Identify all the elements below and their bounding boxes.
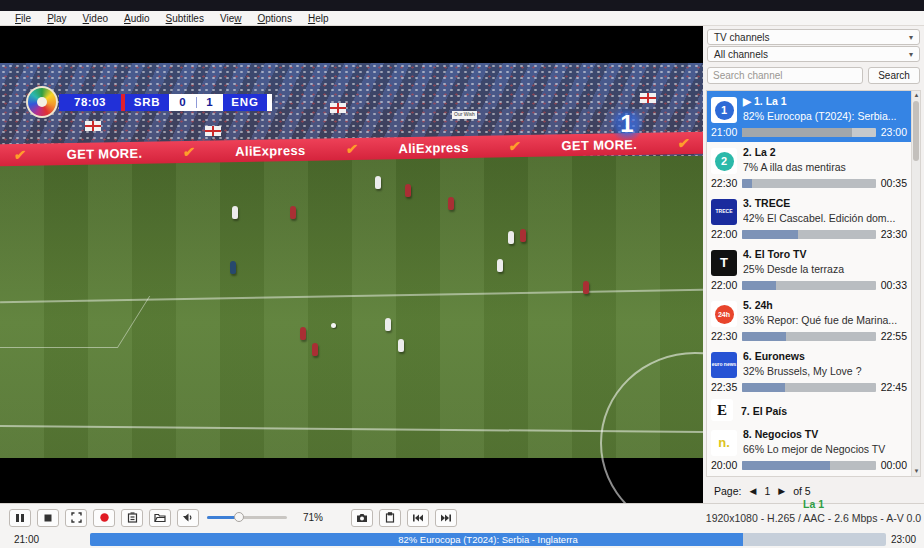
pager-of-label: of 5 <box>793 485 811 497</box>
program-end-time: 00:00 <box>881 459 907 471</box>
channel-row[interactable]: C9. El Confidencial <box>707 475 911 477</box>
football <box>331 323 336 328</box>
scrollbar-thumb[interactable] <box>913 101 919 161</box>
program-end-time: 22:45 <box>881 381 907 393</box>
fullscreen-button[interactable] <box>65 509 87 527</box>
scrollbar-up-icon[interactable]: ▲ <box>912 91 921 100</box>
aliexpress-check-icon: ✔ <box>677 135 691 151</box>
channel-name: 4. El Toro TV <box>743 248 907 260</box>
channel-logo-icon: TRECE <box>711 199 737 225</box>
player-red <box>448 197 454 210</box>
search-input[interactable] <box>707 67 863 84</box>
channel-row[interactable]: E7. El País <box>707 397 911 424</box>
next-channel-button[interactable] <box>435 509 457 527</box>
program-start-time: 21:00 <box>711 126 737 138</box>
pager-prev-icon[interactable]: ◀ <box>749 486 756 496</box>
app-window: FilePlayVideoAudioSubtitlesViewOptionsHe… <box>0 0 924 548</box>
program-start-time: 20:00 <box>711 459 737 471</box>
channel-row[interactable]: 1▶ 1. La 182% Eurocopa (T2024): Serbia..… <box>707 91 911 142</box>
aliexpress-check-icon: ✔ <box>13 147 27 163</box>
menu-help[interactable]: Help <box>301 13 336 24</box>
program-progress <box>742 179 875 188</box>
snapshot-button[interactable] <box>351 509 373 527</box>
program-progress-bar: 21:00 82% Eurocopa (T2024): Serbia - Ing… <box>0 531 924 548</box>
channel-list-scrollbar[interactable]: ▲ ▼ <box>911 91 920 476</box>
player-white <box>232 206 238 219</box>
program-progress <box>742 332 875 341</box>
program-progress-track[interactable]: 82% Eurocopa (T2024): Serbia - Inglaterr… <box>90 533 886 546</box>
player-white <box>385 318 391 331</box>
menu-play[interactable]: Play <box>40 13 73 24</box>
channel-row[interactable]: euro news6. Euronews32% Brussels, My Lov… <box>707 346 911 397</box>
chevron-down-icon: ▾ <box>909 50 913 59</box>
program-start-time: 22:00 <box>711 228 737 240</box>
channel-row[interactable]: n.8. Negocios TV66% Lo mejor de Negocios… <box>707 424 911 475</box>
program-start-time: 22:30 <box>711 330 737 342</box>
channel-program: 82% Eurocopa (T2024): Serbia... <box>743 110 907 122</box>
channel-name: 6. Euronews <box>743 350 907 362</box>
pager: Page: ◀ 1 ▶ of 5 <box>706 477 921 497</box>
player-white <box>398 339 404 352</box>
menu-file[interactable]: File <box>8 13 38 24</box>
player-white <box>497 259 503 272</box>
playlist-button[interactable] <box>121 509 143 527</box>
menu-options[interactable]: Options <box>250 13 298 24</box>
player-controls: 71% La 1 1920x1080 - H.265 / AAC - 2.6 M… <box>0 503 924 531</box>
program-start-time: 21:00 <box>0 534 42 545</box>
stop-button[interactable] <box>37 509 59 527</box>
player-red <box>290 206 296 219</box>
menu-subtitles[interactable]: Subtitles <box>159 13 211 24</box>
la1-channel-watermark: 1 <box>610 106 644 142</box>
record-button[interactable] <box>93 509 115 527</box>
channel-program: 32% Brussels, My Love ? <box>743 365 907 377</box>
channel-name: 7. El País <box>741 405 787 417</box>
volume-slider-handle[interactable] <box>234 512 244 522</box>
program-end-time: 00:33 <box>881 279 907 291</box>
score-box: 0 1 <box>169 94 223 111</box>
football-pitch <box>0 156 703 458</box>
channel-row[interactable]: 22. La 27% A illa das mentiras22:3000:35 <box>707 142 911 193</box>
program-start-time: 22:35 <box>711 381 737 393</box>
pager-next-icon[interactable]: ▶ <box>778 486 785 496</box>
england-flag <box>330 103 346 113</box>
home-score: 0 <box>170 96 196 108</box>
channel-row[interactable]: TRECE3. TRECE42% El Cascabel. Edición do… <box>707 193 911 244</box>
crowd-banner-text: Our Wish <box>452 111 477 119</box>
search-button[interactable]: Search <box>868 67 920 84</box>
menu-view[interactable]: View <box>213 13 249 24</box>
program-progress <box>742 383 875 392</box>
menu-audio[interactable]: Audio <box>117 13 157 24</box>
channel-name: 3. TRECE <box>743 197 907 209</box>
video-player[interactable]: Our Wish ✔GET MORE.✔AliExpress✔AliExpres… <box>0 26 703 503</box>
channel-logo-icon: T <box>711 250 737 276</box>
channel-type-dropdown[interactable]: TV channels ▾ <box>707 29 920 45</box>
previous-channel-button[interactable] <box>407 509 429 527</box>
channels-sidebar: TV channels ▾ All channels ▾ Search 1▶ 1… <box>703 26 924 503</box>
clipboard-button[interactable] <box>379 509 401 527</box>
channel-program: 33% Repor: Qué fue de Marina... <box>743 314 907 326</box>
volume-button[interactable] <box>177 509 199 527</box>
current-channel-label: La 1 <box>803 498 824 510</box>
euro2024-logo-icon <box>26 86 58 118</box>
window-titlebar[interactable] <box>0 0 924 11</box>
program-progress <box>742 230 875 239</box>
channel-program: 25% Desde la terraza <box>743 263 907 275</box>
player-red <box>583 281 589 294</box>
channel-row[interactable]: 24h5. 24h33% Repor: Qué fue de Marina...… <box>707 295 911 346</box>
program-progress <box>742 128 875 137</box>
chevron-down-icon: ▾ <box>909 33 913 42</box>
menu-video[interactable]: Video <box>76 13 115 24</box>
channel-group-value: All channels <box>714 49 768 60</box>
away-team-code: ENG <box>223 94 267 111</box>
pager-label: Page: <box>714 485 741 497</box>
channel-group-dropdown[interactable]: All channels ▾ <box>707 46 920 62</box>
aliexpress-check-icon: ✔ <box>182 144 196 160</box>
ad-banner-text: AliExpress <box>235 142 305 158</box>
player-red <box>300 327 306 340</box>
pause-button[interactable] <box>9 509 31 527</box>
scrollbar-down-icon[interactable]: ▼ <box>912 467 921 476</box>
volume-slider[interactable] <box>207 516 287 519</box>
channel-row[interactable]: T4. El Toro TV25% Desde la terraza22:000… <box>707 244 911 295</box>
ad-banner-text: AliExpress <box>398 139 468 155</box>
open-file-button[interactable] <box>149 509 171 527</box>
